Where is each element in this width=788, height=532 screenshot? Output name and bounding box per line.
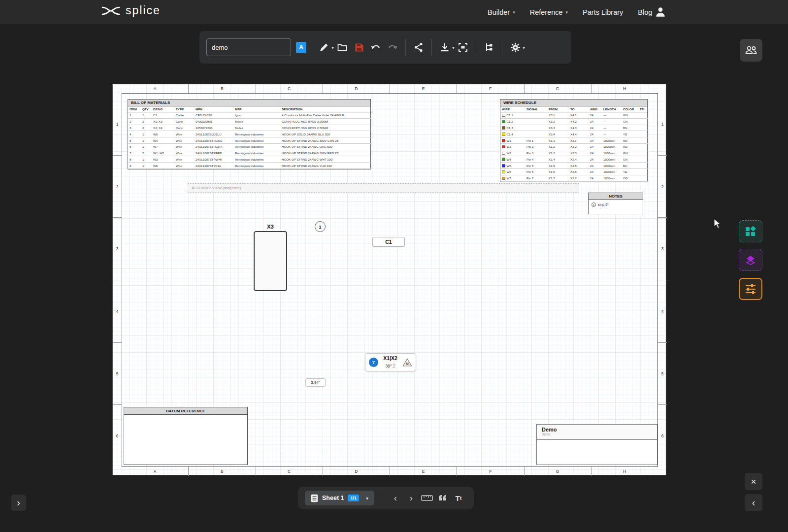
note-balloon-1[interactable]: 1 — [315, 221, 326, 232]
bom-cell: W5 — [152, 131, 174, 137]
fit-view-button[interactable] — [456, 38, 470, 56]
undo-button[interactable] — [369, 38, 383, 56]
nav-item-builder[interactable]: Builder▾ — [488, 8, 515, 16]
open-file-button[interactable] — [335, 38, 349, 56]
logo-text: splice — [126, 4, 161, 17]
table-row: W4Pin 4X1.4X2.4241000mmGN — [500, 156, 648, 163]
note-tool-button[interactable] — [437, 491, 449, 505]
properties-panel-button[interactable] — [739, 278, 762, 300]
bill-of-materials-table[interactable]: BILL OF MATERIALS ITEMQTYDESIGTYPEMPNMFR… — [128, 99, 371, 169]
sheet-name: Sheet 1 — [322, 495, 344, 501]
wire-schedule-cell: X2.2 — [569, 143, 589, 150]
bom-cell: Wire — [174, 143, 194, 150]
cable-label[interactable]: C1 — [372, 237, 405, 247]
wire-schedule-cell: 24 — [589, 118, 602, 125]
layers-panel-button[interactable] — [739, 249, 762, 271]
app-logo[interactable]: splice — [101, 4, 161, 17]
table-row: C1.1X3.1X4.124—WH — [500, 112, 648, 119]
column-label: B — [189, 467, 256, 476]
bom-cell: Conn — [174, 118, 194, 125]
share-button[interactable] — [412, 38, 426, 56]
save-button[interactable] — [352, 38, 366, 56]
wire-cell: C1.1 — [500, 112, 525, 119]
table-row: 22X1; X3Conn0430200801MolexCONN PLUG HSG… — [128, 118, 371, 125]
nav-item-blog[interactable]: Blog — [638, 8, 652, 16]
close-button[interactable]: × — [745, 473, 762, 490]
wire-schedule-cell: YE — [622, 169, 638, 175]
bom-cell: 1 — [141, 143, 152, 150]
pin-row — [255, 234, 286, 242]
collaborators-button[interactable] — [740, 39, 762, 62]
wire-schedule-cell — [525, 118, 547, 125]
assembly-view-dropzone[interactable]: ASSEMBLY VIEW (drag here) — [188, 183, 579, 193]
nav-item-reference[interactable]: Reference▾ — [530, 8, 568, 16]
wire-schedule-cell — [638, 125, 648, 131]
column-label: D — [323, 84, 390, 93]
tree-icon — [485, 42, 493, 52]
previous-sheet-button[interactable]: ‹ — [390, 491, 401, 505]
hierarchy-button[interactable] — [482, 38, 496, 56]
table-row: 91W6Wire24UL1007STRYELRemington Industri… — [128, 163, 371, 169]
wire-color-swatch — [502, 170, 505, 174]
sliders-icon — [745, 284, 756, 295]
drawing-sheet[interactable]: ABCDEFGH ABCDEFGH 123456 123456 BILL OF … — [112, 84, 666, 475]
download-button[interactable] — [438, 38, 452, 56]
bom-cell: HOOK-UP SOLID 24AWG BLU 500' — [280, 131, 371, 137]
dimension-callout[interactable]: 7 X1|X2 39" +1-1 M — [365, 353, 416, 371]
next-sheet-button[interactable]: › — [405, 491, 417, 505]
wire-schedule-column-header: TO — [569, 106, 589, 112]
settings-caret[interactable]: ▾ — [523, 45, 525, 50]
expand-left-button[interactable]: › — [11, 495, 26, 511]
bom-cell: 2 — [141, 118, 152, 125]
callout-ref-badge: 7 — [369, 358, 378, 367]
tolerance-minus: -1 — [393, 366, 395, 368]
wire-schedule-cell: — — [602, 118, 622, 125]
row-label: 5 — [658, 343, 667, 405]
wire-schedule-cell: 1000mm — [602, 169, 622, 175]
wire-schedule-cell: 24 — [589, 175, 602, 181]
wire-schedule-cell: X4.1 — [569, 112, 589, 119]
wire-schedule-table[interactable]: WIRE SCHEDULE WIRESIGNALFROMTOAWGLENGTHC… — [500, 99, 648, 182]
wire-color-swatch — [502, 145, 505, 149]
column-label: H — [591, 467, 658, 476]
divider — [311, 39, 311, 56]
note-text: strip 5" — [598, 203, 609, 206]
user-menu-button[interactable] — [654, 5, 667, 20]
settings-button[interactable] — [508, 38, 522, 56]
notes-box[interactable]: NOTES 1strip 5" — [588, 193, 643, 214]
collapse-right-button[interactable]: ‹ — [745, 494, 762, 511]
wire-schedule-cell — [525, 125, 547, 131]
bom-column-header: ITEM — [128, 106, 141, 112]
nav-item-parts-library[interactable]: Parts Library — [583, 8, 623, 16]
layers-icon — [745, 254, 756, 266]
undo-icon — [370, 43, 381, 51]
download-caret[interactable]: ▾ — [452, 45, 455, 50]
wire-schedule-cell: Pin 1 — [525, 137, 547, 144]
wire-color-swatch — [502, 158, 505, 161]
wire-schedule-cell — [525, 112, 547, 119]
edit-tool-caret[interactable]: ▾ — [331, 45, 334, 50]
bom-cell: 8 — [128, 156, 141, 163]
autosave-badge[interactable]: A — [296, 42, 306, 53]
filename-input[interactable] — [206, 38, 291, 56]
save-floppy-icon — [355, 43, 364, 52]
column-label: E — [390, 84, 457, 93]
measure-tool-button[interactable] — [421, 491, 433, 505]
edit-tool-button[interactable] — [317, 38, 331, 56]
wire-color-swatch — [502, 120, 505, 124]
text-tool-button[interactable]: Tt — [453, 491, 464, 505]
bom-cell: 2 — [128, 118, 141, 125]
sheet-selector-button[interactable]: Sheet 1 1/1 ▾ — [305, 491, 374, 505]
wire-cell: W3 — [500, 150, 525, 156]
connector-x3[interactable]: X3 — [254, 231, 287, 291]
bom-cell: 6 — [128, 143, 141, 150]
redo-button[interactable] — [386, 38, 399, 56]
strip-dimension-label[interactable]: 3.94" — [305, 378, 326, 387]
wire-schedule-cell: X4.4 — [569, 131, 589, 137]
bom-cell: W1; W2 — [152, 150, 174, 156]
wire-color-swatch — [502, 139, 505, 142]
wire-schedule-cell: X2.7 — [569, 175, 589, 181]
components-panel-button[interactable] — [739, 220, 762, 242]
row-label: 1 — [113, 93, 122, 156]
wire-schedule-column-header: LENGTH — [602, 106, 622, 112]
